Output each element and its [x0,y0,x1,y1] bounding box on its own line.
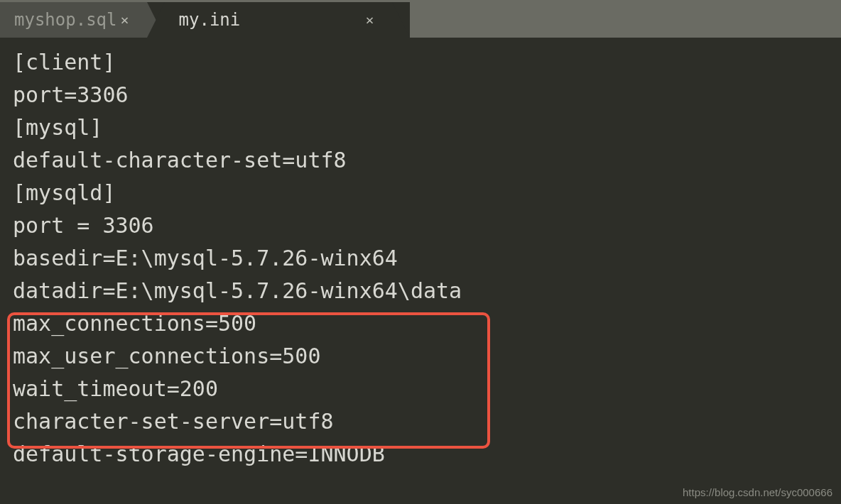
code-line: wait_timeout=200 [13,373,828,405]
code-line: basedir=E:\mysql-5.7.26-winx64 [13,242,828,275]
code-line: datadir=E:\mysql-5.7.26-winx64\data [13,275,828,307]
code-line: [mysqld] [13,177,828,209]
code-line: [mysql] [13,111,828,144]
tab-bar-rest [410,2,841,38]
code-line: port = 3306 [13,209,828,242]
tab-bar: myshop.sql × my.ini × [0,2,841,38]
code-line: character-set-server=utf8 [13,405,828,438]
tab-label: myshop.sql [14,10,117,30]
code-line: default-storage-engine=INNODB [13,438,828,471]
tab-my-ini[interactable]: my.ini × [165,2,392,38]
close-icon[interactable]: × [117,11,133,28]
tab-myshop-sql[interactable]: myshop.sql × [0,2,147,38]
code-line: port=3306 [13,79,828,111]
tab-label: my.ini [179,10,362,30]
code-line: max_user_connections=500 [13,340,828,373]
code-line: max_connections=500 [13,307,828,340]
code-line: [client] [13,46,828,79]
editor-area[interactable]: [client] port=3306 [mysql] default-chara… [0,38,841,479]
watermark: https://blog.csdn.net/syc000666 [683,486,832,498]
close-icon[interactable]: × [362,11,378,28]
code-line: default-character-set=utf8 [13,144,828,177]
